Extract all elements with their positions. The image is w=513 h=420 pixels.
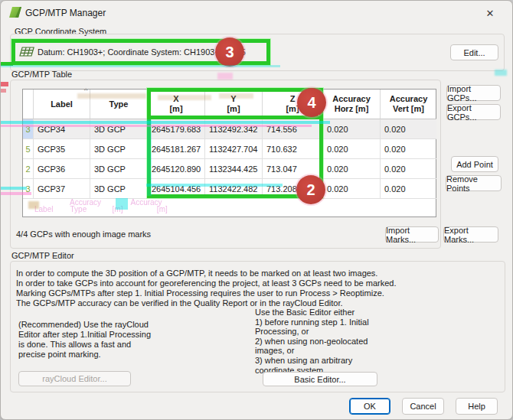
table-cell-type[interactable]: 3D GCP xyxy=(90,119,148,139)
editor-info-line: In order to compute the 3D position of a… xyxy=(16,269,491,278)
table-cell-acc-horz[interactable]: 0.020 xyxy=(323,119,381,139)
table-cell-y[interactable]: 1132427.704 xyxy=(205,139,263,159)
column-header-type[interactable]: Type xyxy=(90,90,148,119)
remove-points-button[interactable]: Remove Points xyxy=(446,175,502,191)
pix4d-logo-icon xyxy=(8,6,22,18)
ok-button[interactable]: OK xyxy=(349,398,390,415)
edit-button[interactable]: Edit... xyxy=(450,44,498,60)
table-empty-area xyxy=(23,199,436,217)
column-header-acc-vert[interactable]: Accuracy Vert [m] xyxy=(381,90,436,119)
table-cell-x[interactable]: 2645120.890 xyxy=(148,159,205,179)
export-gcps-button[interactable]: Export GCPs... xyxy=(446,104,501,120)
sort-indicator-icon: ⌃ xyxy=(83,87,89,96)
table-cell-y[interactable]: 1132492.342 xyxy=(205,119,263,139)
raycloud-editor-button[interactable]: rayCloud Editor... xyxy=(18,371,131,386)
editor-info-line: In order to take GCPs into account for g… xyxy=(16,278,491,288)
editor-group-label: GCP/MTP Editor xyxy=(11,251,74,260)
table-cell-acc-horz[interactable]: 0.020 xyxy=(323,139,381,159)
editor-info-text: In order to compute the 3D position of a… xyxy=(16,269,491,308)
basic-editor-button[interactable]: Basic Editor... xyxy=(263,372,377,386)
artifact-red-mark xyxy=(1,89,6,93)
table-cell-y[interactable]: 1132344.425 xyxy=(205,159,263,179)
cancel-button[interactable]: Cancel xyxy=(402,398,444,415)
editor-info-line: The GCPs/MTP accuracy can be verified in… xyxy=(16,298,491,308)
table-cell-type[interactable]: 3D GCP xyxy=(90,139,148,159)
table-cell-acc-horz[interactable]: 0.020 xyxy=(323,179,381,199)
table-cell-x[interactable]: 2645179.683 xyxy=(148,119,205,139)
table-cell-label[interactable]: GCP34 xyxy=(34,119,90,139)
column-header-y[interactable]: Y [m] xyxy=(205,90,263,119)
coordinate-grid-icon xyxy=(18,45,35,59)
import-marks-button[interactable]: Import Marks... xyxy=(385,226,439,243)
table-cell-y[interactable]: 1132422.482 xyxy=(205,179,263,199)
table-cell-x[interactable]: 2645104.456 xyxy=(148,179,205,199)
gcp-mtp-manager-dialog: GCP/MTP Manager ✕ GCP Coordinate System … xyxy=(0,0,513,420)
raycloud-note: (Recommended) Use the rayCloud Editor af… xyxy=(18,320,158,360)
table-cell-label[interactable]: GCP37 xyxy=(34,179,90,199)
table-cell-type[interactable]: 3D GCP xyxy=(90,179,148,199)
add-point-button[interactable]: Add Point xyxy=(451,156,498,172)
table-cell-z[interactable]: 713.208 xyxy=(263,179,323,199)
title-bar: GCP/MTP Manager ✕ xyxy=(1,1,512,24)
import-gcps-button[interactable]: Import GCPs... xyxy=(446,85,501,101)
table-cell-marks[interactable]: 5 xyxy=(23,139,34,159)
column-header-x[interactable]: X [m] xyxy=(148,90,205,119)
table-cell-acc-vert[interactable]: 0.020 xyxy=(381,179,436,199)
datum-bar: Datum: CH1903+; Coordinate System: CH190… xyxy=(11,39,270,65)
table-cell-marks[interactable]: 3 xyxy=(23,179,34,199)
window-title: GCP/MTP Manager xyxy=(25,8,106,18)
table-cell-z[interactable]: 713.047 xyxy=(263,159,323,179)
artifact-pink-smudge xyxy=(217,73,233,80)
table-cell-z[interactable]: 714.556 xyxy=(263,119,323,139)
table-cell-z[interactable]: 710.632 xyxy=(263,139,323,159)
column-header-label[interactable]: Label ⌃ xyxy=(34,90,90,119)
table-cell-acc-vert[interactable]: 0.020 xyxy=(381,159,436,179)
basic-editor-note: Use the Basic Editor either 1) before ru… xyxy=(255,308,384,375)
table-group-label: GCP/MTP Table xyxy=(11,70,72,79)
table-cell-acc-vert[interactable]: 0.020 xyxy=(381,119,436,139)
column-header-label-text: Label xyxy=(51,99,73,109)
gcp-table: Label ⌃ Type X [m] Y [m] Z [m] Accuracy … xyxy=(22,89,436,217)
table-cell-acc-vert[interactable]: 0.020 xyxy=(381,139,436,159)
table-cell-acc-horz[interactable]: 0.020 xyxy=(323,159,381,179)
column-header-z[interactable]: Z [m] xyxy=(263,90,323,119)
table-cell-label[interactable]: GCP36 xyxy=(34,159,90,179)
table-cell-label[interactable]: GCP35 xyxy=(34,139,90,159)
table-cell-marks[interactable]: 3 xyxy=(23,119,34,139)
table-cell-marks[interactable]: 2 xyxy=(23,159,34,179)
editor-info-line: Marking GCPs/MTPs after step 1. Initial … xyxy=(16,288,491,298)
artifact-red-mark xyxy=(1,82,8,86)
datum-text: Datum: CH1903+; Coordinate System: CH190… xyxy=(38,47,246,57)
export-marks-button[interactable]: Export Marks... xyxy=(443,226,498,243)
help-button[interactable]: Help xyxy=(456,398,498,415)
column-header-acc-horz[interactable]: Accuracy Horz [m] xyxy=(323,90,381,119)
close-icon[interactable]: ✕ xyxy=(479,5,502,21)
column-header-marks[interactable] xyxy=(23,90,34,119)
table-cell-x[interactable]: 2645181.267 xyxy=(148,139,205,159)
table-cell-type[interactable]: 3D GCP xyxy=(90,159,148,179)
status-text: 4/4 GCPs with enough image marks xyxy=(16,230,151,239)
